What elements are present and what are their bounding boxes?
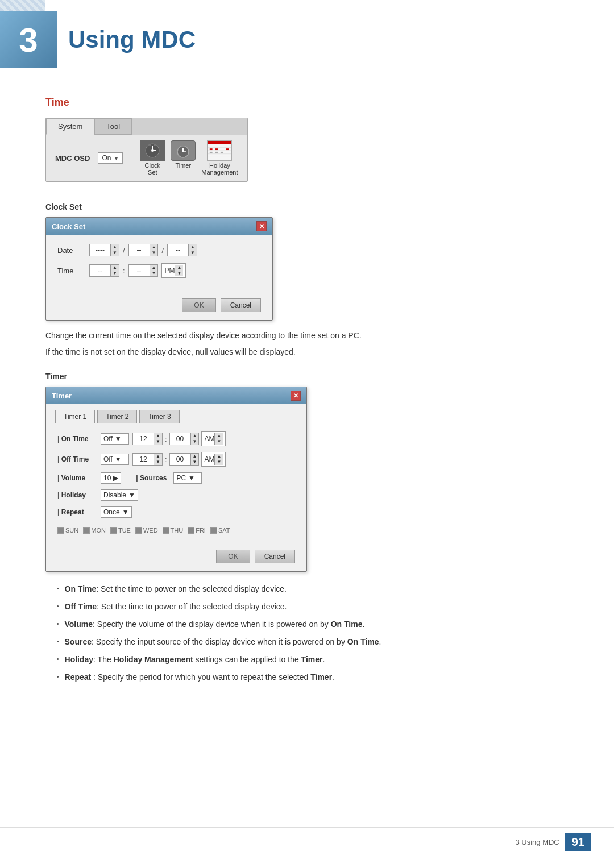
clock-set-cancel-button[interactable]: Cancel bbox=[221, 298, 261, 312]
day-sun[interactable]: SUN bbox=[57, 527, 78, 534]
volume-sources-row: Volume 10 ▶ | Sources PC ▼ bbox=[57, 472, 295, 484]
on-time-dropdown-arrow-icon: ▼ bbox=[115, 435, 122, 443]
timer-tab-2[interactable]: Timer 2 bbox=[97, 410, 137, 423]
off-time-min-field[interactable]: 00 ▲ ▼ bbox=[169, 453, 200, 466]
on-time-ampm-field[interactable]: AM ▲ ▼ bbox=[201, 431, 226, 446]
date-down-2[interactable]: ▼ bbox=[150, 250, 158, 256]
on-time-min-down[interactable]: ▼ bbox=[191, 439, 199, 445]
sources-dropdown[interactable]: PC ▼ bbox=[173, 472, 202, 484]
off-time-min-up[interactable]: ▲ bbox=[191, 454, 199, 459]
clock-set-desc-1: Change the current time on the selected … bbox=[45, 330, 569, 342]
ampm-down[interactable]: ▼ bbox=[175, 271, 183, 276]
date-field-1[interactable]: ---- ▲ ▼ bbox=[89, 244, 119, 256]
time-spin-arrows-1[interactable]: ▲ ▼ bbox=[110, 265, 119, 276]
thu-checkbox[interactable] bbox=[163, 527, 169, 534]
off-time-hour-arrows[interactable]: ▲ ▼ bbox=[154, 454, 162, 465]
tue-checkbox[interactable] bbox=[110, 527, 117, 534]
timer-tab-3[interactable]: Timer 3 bbox=[139, 410, 179, 423]
on-time-ampm-up[interactable]: ▲ bbox=[215, 433, 223, 439]
off-time-dropdown[interactable]: Off ▼ bbox=[101, 454, 129, 465]
off-time-min-arrows[interactable]: ▲ ▼ bbox=[190, 454, 199, 465]
clock-set-close-button[interactable]: ✕ bbox=[256, 221, 267, 231]
ampm-up[interactable]: ▲ bbox=[175, 265, 183, 271]
volume-label: Volume bbox=[57, 474, 97, 482]
date-spin-arrows-3[interactable]: ▲ ▼ bbox=[188, 244, 197, 256]
date-spin-arrows-2[interactable]: ▲ ▼ bbox=[150, 244, 158, 256]
on-time-min-arrows[interactable]: ▲ ▼ bbox=[190, 433, 199, 445]
on-time-hour-down[interactable]: ▼ bbox=[154, 439, 162, 445]
svg-rect-18 bbox=[226, 148, 229, 150]
mon-checkbox[interactable] bbox=[83, 527, 90, 534]
off-time-hour-up[interactable]: ▲ bbox=[154, 454, 162, 459]
on-time-min-field[interactable]: 00 ▲ ▼ bbox=[169, 433, 200, 445]
on-time-ampm-down[interactable]: ▼ bbox=[215, 439, 223, 445]
time-spin-arrows-2[interactable]: ▲ ▼ bbox=[150, 265, 158, 276]
bullet-dot: • bbox=[57, 602, 59, 610]
time-down-2[interactable]: ▼ bbox=[150, 271, 158, 276]
date-down-1[interactable]: ▼ bbox=[111, 250, 119, 256]
tab-system[interactable]: System bbox=[46, 118, 94, 135]
tab-tool[interactable]: Tool bbox=[94, 118, 132, 135]
off-time-ampm-arrows[interactable]: ▲ ▼ bbox=[214, 454, 223, 465]
holiday-dropdown[interactable]: Disable ▼ bbox=[101, 489, 138, 501]
day-mon[interactable]: MON bbox=[83, 527, 106, 534]
clock-set-ok-button[interactable]: OK bbox=[182, 298, 215, 312]
day-wed[interactable]: WED bbox=[135, 527, 158, 534]
timer-icon-item[interactable]: Timer bbox=[171, 140, 196, 176]
time-up-2[interactable]: ▲ bbox=[150, 265, 158, 271]
off-time-ampm-field[interactable]: AM ▲ ▼ bbox=[201, 452, 226, 467]
bullet-text-source: Source: Specify the input source of the … bbox=[65, 636, 381, 648]
on-time-hour-field[interactable]: 12 ▲ ▼ bbox=[132, 433, 163, 445]
day-thu[interactable]: THU bbox=[163, 527, 184, 534]
svg-rect-17 bbox=[215, 148, 218, 150]
off-time-ampm: AM bbox=[204, 455, 214, 463]
on-time-ampm-arrows[interactable]: ▲ ▼ bbox=[214, 433, 223, 445]
list-item: • Holiday: The Holiday Management settin… bbox=[57, 654, 569, 666]
date-field-3[interactable]: -- ▲ ▼ bbox=[167, 244, 197, 256]
date-field-2[interactable]: -- ▲ ▼ bbox=[128, 244, 159, 256]
on-time-hour-arrows[interactable]: ▲ ▼ bbox=[154, 433, 162, 445]
wed-checkbox[interactable] bbox=[135, 527, 142, 534]
on-time-hour-up[interactable]: ▲ bbox=[154, 433, 162, 439]
timer-tab-1[interactable]: Timer 1 bbox=[55, 410, 95, 423]
holiday-icon-item[interactable]: Holiday Management bbox=[201, 140, 238, 176]
on-time-dropdown[interactable]: Off ▼ bbox=[101, 433, 129, 445]
fri-checkbox[interactable] bbox=[188, 527, 194, 534]
off-time-hour-down[interactable]: ▼ bbox=[154, 459, 162, 465]
time-sep: : bbox=[123, 267, 125, 275]
mdc-osd-dropdown[interactable]: On ▼ bbox=[98, 152, 123, 164]
timer-dialog-title: Timer bbox=[52, 392, 72, 400]
time-value-1: -- bbox=[90, 265, 110, 276]
time-field-2[interactable]: -- ▲ ▼ bbox=[128, 264, 159, 277]
date-value-2: -- bbox=[129, 245, 150, 255]
timer-ok-button[interactable]: OK bbox=[216, 550, 250, 563]
ampm-field[interactable]: PM ▲ ▼ bbox=[161, 263, 186, 278]
ampm-spin-arrows[interactable]: ▲ ▼ bbox=[175, 265, 183, 276]
time-field-1[interactable]: -- ▲ ▼ bbox=[89, 264, 119, 277]
clock-set-icon-item[interactable]: Clock Set bbox=[140, 140, 165, 176]
date-up-3[interactable]: ▲ bbox=[189, 244, 197, 250]
off-time-min-down[interactable]: ▼ bbox=[191, 459, 199, 465]
day-sat[interactable]: SAT bbox=[210, 527, 230, 534]
sun-label: SUN bbox=[65, 527, 78, 534]
off-time-ampm-up[interactable]: ▲ bbox=[215, 454, 223, 459]
day-tue[interactable]: TUE bbox=[110, 527, 131, 534]
on-time-min-up[interactable]: ▲ bbox=[191, 433, 199, 439]
date-up-2[interactable]: ▲ bbox=[150, 244, 158, 250]
off-time-hour-field[interactable]: 12 ▲ ▼ bbox=[132, 453, 163, 466]
bullet-text-repeat: Repeat : Specify the period for which yo… bbox=[65, 671, 334, 683]
sources-dropdown-arrow-icon: ▼ bbox=[188, 474, 195, 482]
date-down-3[interactable]: ▼ bbox=[189, 250, 197, 256]
date-up-1[interactable]: ▲ bbox=[111, 244, 119, 250]
day-fri[interactable]: FRI bbox=[188, 527, 206, 534]
time-up-1[interactable]: ▲ bbox=[111, 265, 119, 271]
timer-close-button[interactable]: ✕ bbox=[291, 391, 301, 401]
time-down-1[interactable]: ▼ bbox=[111, 271, 119, 276]
volume-field[interactable]: 10 ▶ bbox=[101, 472, 121, 484]
repeat-dropdown[interactable]: Once ▼ bbox=[101, 506, 132, 518]
date-spin-arrows-1[interactable]: ▲ ▼ bbox=[110, 244, 119, 256]
timer-cancel-button[interactable]: Cancel bbox=[255, 550, 295, 563]
sun-checkbox[interactable] bbox=[57, 527, 64, 534]
sat-checkbox[interactable] bbox=[210, 527, 217, 534]
off-time-ampm-down[interactable]: ▼ bbox=[215, 459, 223, 465]
